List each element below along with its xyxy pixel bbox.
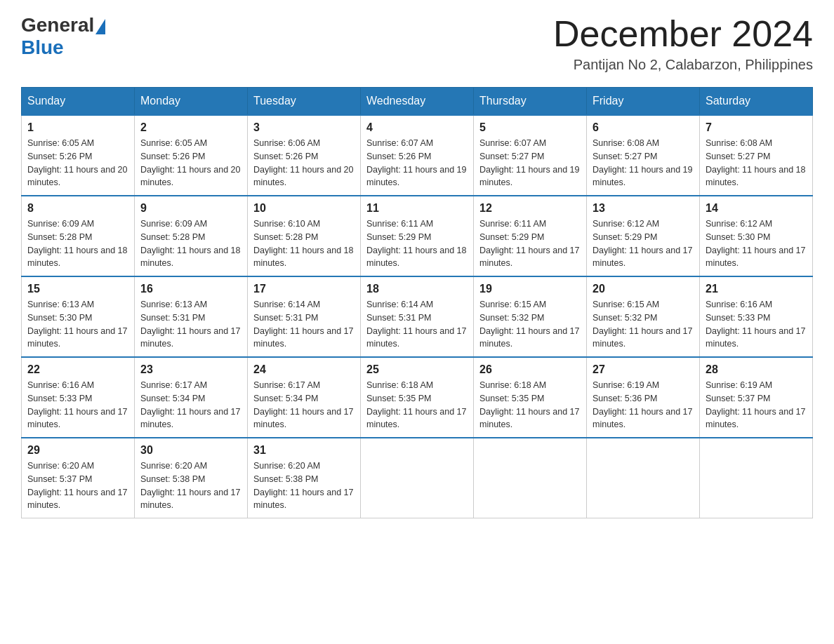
calendar-cell: 27Sunrise: 6:19 AMSunset: 5:36 PMDayligh… xyxy=(587,357,700,438)
logo-triangle-icon xyxy=(95,19,105,34)
calendar-cell: 1Sunrise: 6:05 AMSunset: 5:26 PMDaylight… xyxy=(22,115,135,196)
day-info: Sunrise: 6:10 AMSunset: 5:28 PMDaylight:… xyxy=(253,217,355,270)
calendar-cell: 3Sunrise: 6:06 AMSunset: 5:26 PMDaylight… xyxy=(248,115,361,196)
day-info: Sunrise: 6:15 AMSunset: 5:32 PMDaylight:… xyxy=(479,298,581,351)
logo-blue: Blue xyxy=(21,36,64,59)
calendar-cell: 7Sunrise: 6:08 AMSunset: 5:27 PMDaylight… xyxy=(700,115,813,196)
weekday-header-wednesday: Wednesday xyxy=(361,88,474,116)
day-info: Sunrise: 6:09 AMSunset: 5:28 PMDaylight:… xyxy=(27,217,128,270)
day-info: Sunrise: 6:12 AMSunset: 5:30 PMDaylight:… xyxy=(706,217,807,270)
calendar-cell: 12Sunrise: 6:11 AMSunset: 5:29 PMDayligh… xyxy=(474,196,587,276)
calendar-cell: 30Sunrise: 6:20 AMSunset: 5:38 PMDayligh… xyxy=(135,438,248,518)
calendar-table: SundayMondayTuesdayWednesdayThursdayFrid… xyxy=(21,87,813,518)
day-info: Sunrise: 6:11 AMSunset: 5:29 PMDaylight:… xyxy=(366,217,468,270)
day-number: 6 xyxy=(593,121,694,134)
calendar-cell: 21Sunrise: 6:16 AMSunset: 5:33 PMDayligh… xyxy=(700,276,813,357)
calendar-cell: 5Sunrise: 6:07 AMSunset: 5:27 PMDaylight… xyxy=(474,115,587,196)
calendar-cell xyxy=(700,438,813,518)
day-info: Sunrise: 6:18 AMSunset: 5:35 PMDaylight:… xyxy=(479,379,581,431)
weekday-header-monday: Monday xyxy=(135,88,248,116)
calendar-cell: 28Sunrise: 6:19 AMSunset: 5:37 PMDayligh… xyxy=(700,357,813,438)
day-number: 26 xyxy=(479,363,581,376)
day-number: 18 xyxy=(366,283,468,295)
day-number: 28 xyxy=(706,363,807,376)
day-number: 21 xyxy=(706,283,807,295)
day-info: Sunrise: 6:16 AMSunset: 5:33 PMDaylight:… xyxy=(706,298,807,351)
calendar-cell: 4Sunrise: 6:07 AMSunset: 5:26 PMDaylight… xyxy=(361,115,474,196)
day-info: Sunrise: 6:13 AMSunset: 5:31 PMDaylight:… xyxy=(140,298,241,351)
day-number: 25 xyxy=(366,363,468,376)
weekday-header-friday: Friday xyxy=(587,88,700,116)
calendar-cell: 23Sunrise: 6:17 AMSunset: 5:34 PMDayligh… xyxy=(135,357,248,438)
day-number: 7 xyxy=(706,121,807,134)
day-info: Sunrise: 6:17 AMSunset: 5:34 PMDaylight:… xyxy=(140,379,241,431)
calendar-cell: 14Sunrise: 6:12 AMSunset: 5:30 PMDayligh… xyxy=(700,196,813,276)
day-info: Sunrise: 6:20 AMSunset: 5:38 PMDaylight:… xyxy=(253,459,355,512)
calendar-cell: 8Sunrise: 6:09 AMSunset: 5:28 PMDaylight… xyxy=(22,196,135,276)
page-header: General Blue December 2024 Pantijan No 2… xyxy=(21,14,813,73)
calendar-week-row: 8Sunrise: 6:09 AMSunset: 5:28 PMDaylight… xyxy=(22,196,813,276)
calendar-week-row: 15Sunrise: 6:13 AMSunset: 5:30 PMDayligh… xyxy=(22,276,813,357)
calendar-cell: 13Sunrise: 6:12 AMSunset: 5:29 PMDayligh… xyxy=(587,196,700,276)
calendar-cell: 31Sunrise: 6:20 AMSunset: 5:38 PMDayligh… xyxy=(248,438,361,518)
calendar-cell: 19Sunrise: 6:15 AMSunset: 5:32 PMDayligh… xyxy=(474,276,587,357)
location-subtitle: Pantijan No 2, Calabarzon, Philippines xyxy=(553,57,813,73)
day-number: 10 xyxy=(253,202,355,215)
calendar-cell xyxy=(587,438,700,518)
day-info: Sunrise: 6:05 AMSunset: 5:26 PMDaylight:… xyxy=(140,137,241,189)
day-info: Sunrise: 6:20 AMSunset: 5:38 PMDaylight:… xyxy=(140,459,241,512)
weekday-header-thursday: Thursday xyxy=(474,88,587,116)
day-number: 15 xyxy=(27,283,128,295)
day-info: Sunrise: 6:07 AMSunset: 5:26 PMDaylight:… xyxy=(366,137,468,189)
day-number: 29 xyxy=(27,444,128,457)
title-section: December 2024 Pantijan No 2, Calabarzon,… xyxy=(553,14,813,73)
calendar-cell: 26Sunrise: 6:18 AMSunset: 5:35 PMDayligh… xyxy=(474,357,587,438)
day-info: Sunrise: 6:14 AMSunset: 5:31 PMDaylight:… xyxy=(253,298,355,351)
day-info: Sunrise: 6:14 AMSunset: 5:31 PMDaylight:… xyxy=(366,298,468,351)
day-info: Sunrise: 6:08 AMSunset: 5:27 PMDaylight:… xyxy=(593,137,694,189)
calendar-cell: 18Sunrise: 6:14 AMSunset: 5:31 PMDayligh… xyxy=(361,276,474,357)
month-year-title: December 2024 xyxy=(553,14,813,54)
day-number: 27 xyxy=(593,363,694,376)
calendar-cell: 20Sunrise: 6:15 AMSunset: 5:32 PMDayligh… xyxy=(587,276,700,357)
day-number: 4 xyxy=(366,121,468,134)
calendar-cell: 10Sunrise: 6:10 AMSunset: 5:28 PMDayligh… xyxy=(248,196,361,276)
day-number: 5 xyxy=(479,121,581,134)
weekday-header-tuesday: Tuesday xyxy=(248,88,361,116)
day-info: Sunrise: 6:20 AMSunset: 5:37 PMDaylight:… xyxy=(27,459,128,512)
day-number: 19 xyxy=(479,283,581,295)
day-number: 1 xyxy=(27,121,128,134)
calendar-week-row: 29Sunrise: 6:20 AMSunset: 5:37 PMDayligh… xyxy=(22,438,813,518)
day-info: Sunrise: 6:17 AMSunset: 5:34 PMDaylight:… xyxy=(253,379,355,431)
calendar-cell: 6Sunrise: 6:08 AMSunset: 5:27 PMDaylight… xyxy=(587,115,700,196)
day-info: Sunrise: 6:06 AMSunset: 5:26 PMDaylight:… xyxy=(253,137,355,189)
day-info: Sunrise: 6:19 AMSunset: 5:36 PMDaylight:… xyxy=(593,379,694,431)
day-info: Sunrise: 6:19 AMSunset: 5:37 PMDaylight:… xyxy=(706,379,807,431)
calendar-cell: 24Sunrise: 6:17 AMSunset: 5:34 PMDayligh… xyxy=(248,357,361,438)
day-number: 8 xyxy=(27,202,128,215)
calendar-cell xyxy=(474,438,587,518)
day-number: 16 xyxy=(140,283,241,295)
day-info: Sunrise: 6:13 AMSunset: 5:30 PMDaylight:… xyxy=(27,298,128,351)
calendar-cell: 11Sunrise: 6:11 AMSunset: 5:29 PMDayligh… xyxy=(361,196,474,276)
day-number: 20 xyxy=(593,283,694,295)
day-number: 3 xyxy=(253,121,355,134)
calendar-cell: 25Sunrise: 6:18 AMSunset: 5:35 PMDayligh… xyxy=(361,357,474,438)
day-number: 30 xyxy=(140,444,241,457)
weekday-header-sunday: Sunday xyxy=(22,88,135,116)
calendar-cell: 9Sunrise: 6:09 AMSunset: 5:28 PMDaylight… xyxy=(135,196,248,276)
day-number: 13 xyxy=(593,202,694,215)
calendar-week-row: 22Sunrise: 6:16 AMSunset: 5:33 PMDayligh… xyxy=(22,357,813,438)
calendar-cell xyxy=(361,438,474,518)
day-number: 23 xyxy=(140,363,241,376)
day-info: Sunrise: 6:09 AMSunset: 5:28 PMDaylight:… xyxy=(140,217,241,270)
calendar-cell: 17Sunrise: 6:14 AMSunset: 5:31 PMDayligh… xyxy=(248,276,361,357)
calendar-cell: 15Sunrise: 6:13 AMSunset: 5:30 PMDayligh… xyxy=(22,276,135,357)
day-info: Sunrise: 6:12 AMSunset: 5:29 PMDaylight:… xyxy=(593,217,694,270)
day-info: Sunrise: 6:05 AMSunset: 5:26 PMDaylight:… xyxy=(27,137,128,189)
day-info: Sunrise: 6:08 AMSunset: 5:27 PMDaylight:… xyxy=(706,137,807,189)
day-number: 17 xyxy=(253,283,355,295)
day-info: Sunrise: 6:15 AMSunset: 5:32 PMDaylight:… xyxy=(593,298,694,351)
calendar-header-row: SundayMondayTuesdayWednesdayThursdayFrid… xyxy=(22,88,813,116)
day-number: 24 xyxy=(253,363,355,376)
